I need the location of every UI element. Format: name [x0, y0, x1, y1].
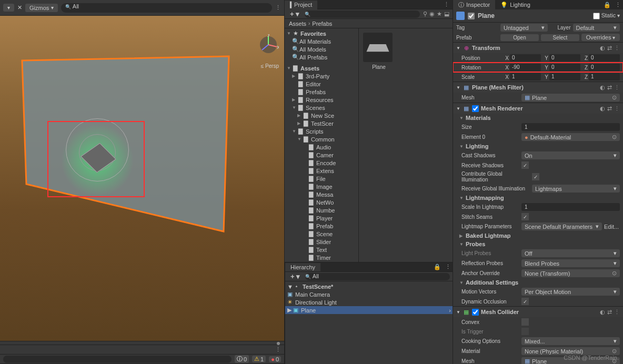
- folder-timer[interactable]: ▇Timer: [285, 254, 358, 261]
- folder-editor[interactable]: ▇Editor: [285, 80, 358, 88]
- info-badge[interactable]: ⓘ0: [235, 355, 249, 363]
- folder-scenes[interactable]: ▼▇Scenes: [285, 104, 358, 112]
- assets-root[interactable]: ▼▇Assets: [285, 64, 358, 72]
- lm-params[interactable]: Scene Default Parameters▾: [521, 223, 602, 230]
- mesh-field[interactable]: ▦Plane⊙: [521, 94, 620, 102]
- scene-view[interactable]: yx ≤ Persp: [0, 16, 284, 341]
- rot-y[interactable]: 0: [549, 64, 580, 71]
- active-checkbox[interactable]: [468, 13, 475, 19]
- collider-enabled[interactable]: [472, 309, 479, 316]
- folder-extens[interactable]: ▇Extens: [285, 167, 358, 175]
- orientation-gizmo[interactable]: yx: [258, 34, 279, 56]
- scene-root[interactable]: ▼⋆TestScene*: [285, 282, 453, 290]
- hierarchy-lock-icon[interactable]: 🔒: [431, 264, 443, 270]
- transform-header[interactable]: ▼⊕ Transform ◐⇄⋮: [453, 43, 623, 53]
- gizmos-dropdown[interactable]: Gizmos ▾: [25, 4, 58, 12]
- error-badge[interactable]: ●0: [269, 356, 281, 362]
- kebab-icon[interactable]: ⋮: [614, 45, 620, 52]
- project-search[interactable]: 🔍: [305, 11, 420, 18]
- pos-x[interactable]: 0: [510, 54, 541, 62]
- pos-z[interactable]: 0: [589, 54, 620, 62]
- refl-probes[interactable]: Blend Probes▾: [521, 259, 620, 267]
- asset-plane[interactable]: Plane: [363, 33, 395, 70]
- console-menu-icon[interactable]: ⋮: [275, 346, 281, 353]
- folder-scripts[interactable]: ▼▇Scripts: [285, 127, 358, 135]
- inspector-tab[interactable]: ⓘInspector: [453, 0, 495, 10]
- folder-file[interactable]: ▇File: [285, 175, 358, 183]
- folder-messa[interactable]: ▇Messa: [285, 190, 358, 198]
- directional-light[interactable]: ☀Directional Light: [285, 298, 453, 306]
- renderer-enabled[interactable]: [472, 105, 479, 112]
- layer-dropdown[interactable]: Default▾: [573, 24, 620, 32]
- breadcrumb[interactable]: Assets › Prefabs: [285, 19, 453, 28]
- eye-icon[interactable]: ◉: [429, 11, 435, 17]
- scale-z[interactable]: 1: [589, 73, 620, 80]
- fav-materials[interactable]: 🔍All Materials: [285, 37, 358, 45]
- dyn-occ[interactable]: ✓: [521, 298, 529, 305]
- x-icon[interactable]: ✕: [17, 4, 22, 11]
- renderer-header[interactable]: ▼▦ Mesh Renderer ◐⇄⋮: [453, 103, 623, 114]
- cast-shadows[interactable]: On▾: [521, 151, 620, 159]
- save-icon[interactable]: ⬓: [444, 11, 449, 17]
- folder-prefabs[interactable]: ▇Prefabs: [285, 88, 358, 96]
- scale-y[interactable]: 1: [549, 73, 580, 80]
- folder-slider[interactable]: ▇Slider: [285, 238, 358, 246]
- folder-resources[interactable]: ▶▇Resources: [285, 96, 358, 104]
- scale-x[interactable]: 1: [510, 73, 541, 80]
- motion[interactable]: Per Object Motion▾: [521, 288, 620, 296]
- fav-prefabs[interactable]: 🔍All Prefabs: [285, 53, 358, 61]
- folder-3rdparty[interactable]: ▶▇3rd-Party: [285, 72, 358, 80]
- folder-netwo[interactable]: ▇NetWo: [285, 198, 358, 206]
- persp-label[interactable]: ≤ Persp: [261, 63, 279, 69]
- hierarchy-add-button[interactable]: + ▾: [288, 272, 302, 280]
- hierarchy-menu-icon[interactable]: ⋮: [443, 264, 453, 270]
- preset-icon[interactable]: ⇄: [607, 45, 612, 52]
- pin-icon[interactable]: ⚲: [423, 11, 427, 17]
- prefab-open-button[interactable]: Open: [500, 34, 539, 41]
- folder-scene[interactable]: ▇Scene: [285, 230, 358, 238]
- insp-lock-icon[interactable]: 🔒: [601, 2, 613, 8]
- rot-z[interactable]: 0: [589, 64, 620, 71]
- shaded-dropdown[interactable]: ▾: [3, 4, 14, 12]
- cooking[interactable]: Mixed...▾: [521, 337, 620, 345]
- warn-badge[interactable]: ⚠1: [252, 356, 266, 362]
- object-name[interactable]: Plane: [478, 12, 495, 19]
- folder-image[interactable]: ▇Image: [285, 183, 358, 190]
- tag-dropdown[interactable]: Untagged▾: [500, 24, 548, 32]
- scene-slider[interactable]: [0, 341, 284, 345]
- stitch[interactable]: ✓: [521, 213, 529, 220]
- insp-menu-icon[interactable]: ⋮: [613, 2, 623, 8]
- project-menu-icon[interactable]: ⋮: [440, 1, 453, 8]
- anchor[interactable]: None (Transform)⊙: [521, 269, 620, 277]
- phys-mat[interactable]: None (Physic Material)⊙: [521, 347, 620, 355]
- folder-encode[interactable]: ▇Encode: [285, 159, 358, 167]
- scale-lm[interactable]: 1: [521, 203, 620, 211]
- project-add-button[interactable]: + ▾: [288, 10, 302, 18]
- static-dropdown[interactable]: Static ▾: [593, 12, 620, 19]
- folder-prefab[interactable]: ▇Prefab: [285, 222, 358, 230]
- prefab-overrides-button[interactable]: Overrides ▾: [581, 34, 620, 41]
- rot-x[interactable]: -90: [510, 64, 541, 71]
- folder-text[interactable]: ▇Text: [285, 246, 358, 254]
- folder-camer[interactable]: ▇Camer: [285, 151, 358, 159]
- scene-test[interactable]: ▶▇TestScer: [285, 119, 358, 127]
- folder-numbe[interactable]: ▇Numbe: [285, 206, 358, 214]
- favorites-root[interactable]: ▼★Favorites: [285, 29, 358, 37]
- recv-gi[interactable]: Lightmaps▾: [532, 185, 620, 193]
- meshfilter-header[interactable]: ▼▦ Plane (Mesh Filter) ◐⇄⋮: [453, 82, 623, 93]
- prefab-icon[interactable]: [456, 12, 465, 20]
- folder-audio[interactable]: ▇Audio: [285, 143, 358, 151]
- mat-size[interactable]: 1: [521, 123, 620, 131]
- hierarchy-search[interactable]: 🔍 All: [305, 273, 450, 280]
- star-icon[interactable]: ★: [437, 11, 442, 17]
- pos-y[interactable]: 0: [549, 54, 580, 62]
- mat-el0[interactable]: ●Default-Material⊙: [521, 133, 620, 141]
- convex[interactable]: [521, 318, 529, 326]
- project-tab[interactable]: ▍Project: [285, 0, 317, 9]
- plane-object[interactable]: ▶▣Plane›: [285, 306, 453, 314]
- recv-shadows[interactable]: ✓: [521, 161, 529, 169]
- console-search[interactable]: [3, 356, 232, 363]
- main-camera[interactable]: ▣Main Camera: [285, 290, 453, 298]
- help-icon[interactable]: ◐: [600, 45, 605, 52]
- hierarchy-tab[interactable]: Hierarchy: [285, 262, 320, 271]
